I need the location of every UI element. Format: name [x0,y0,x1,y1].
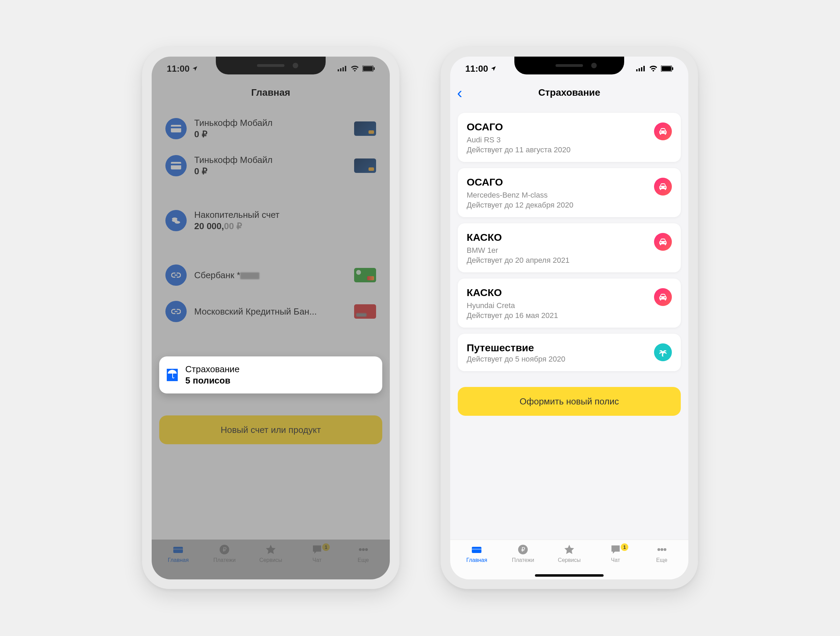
home-indicator[interactable] [535,574,603,577]
umbrella-icon [167,369,178,381]
link-icon [166,301,187,322]
more-tab-icon [657,543,667,556]
policy-card[interactable]: ПутешествиеДействует до 5 ноября 2020 [458,334,681,371]
account-balance: 0 ₽ [194,129,347,140]
tab-more[interactable]: Еще [639,543,685,571]
account-balance: 0 ₽ [194,166,347,177]
policy-card[interactable]: ОСАГОMercedes-Benz M-classДействует до 1… [458,168,681,217]
savings-name: Накопительный счет [194,210,376,220]
svg-rect-9 [171,162,181,169]
status-time: 11:00 [167,63,190,74]
tab-home[interactable]: Главная [454,543,500,571]
battery-icon [362,66,375,72]
svg-point-19 [362,548,365,551]
palm-icon [654,343,672,361]
cellular-icon [636,66,646,71]
svg-point-20 [365,548,368,551]
nav-header: ‹ Страхование [450,80,688,105]
tab-services[interactable]: Сервисы [248,543,294,571]
savings-row[interactable]: Накопительный счет 20 000,00 ₽ [159,202,382,239]
chat-badge: 1 [621,543,628,551]
svg-rect-6 [374,67,375,70]
cellular-icon [338,66,347,71]
account-name: Тинькофф Мобайл [194,118,347,128]
tab-more[interactable]: Еще [340,543,386,571]
card-thumbnail[interactable] [354,122,376,136]
policy-card[interactable]: ОСАГОAudi RS 3Действует до 11 августа 20… [458,113,681,162]
policy-title: Путешествие [467,342,654,354]
tab-chat[interactable]: 1 Чат [592,543,639,571]
svg-text:₽: ₽ [223,546,226,553]
battery-icon [661,66,673,72]
svg-rect-10 [171,164,181,165]
savings-amount: 20 000,00 ₽ [194,221,376,232]
location-icon [490,66,497,72]
policy-title: ОСАГО [467,121,654,133]
card-thumbnail[interactable] [354,268,376,282]
svg-point-33 [660,548,663,551]
policy-subtitle: Hyundai Creta [467,301,654,310]
policy-subtitle: Mercedes-Benz M-class [467,191,654,200]
svg-rect-7 [171,125,181,133]
payments-tab-icon: ₽ [518,543,529,556]
tab-payments[interactable]: ₽ Платежи [201,543,248,571]
notch [514,57,624,74]
svg-rect-15 [173,549,183,550]
svg-rect-27 [672,67,673,70]
linked-bank-row[interactable]: Московский Кредитный Бан... [159,293,382,330]
policy-card[interactable]: КАСКОHyundai CretaДействует до 16 мая 20… [458,279,681,328]
back-button[interactable]: ‹ [457,85,462,101]
tab-services[interactable]: Сервисы [546,543,593,571]
chat-badge: 1 [322,543,330,551]
svg-rect-5 [363,66,373,71]
policy-subtitle: Audi RS 3 [467,136,654,144]
svg-point-32 [657,548,660,551]
tab-bar: Главная ₽ Платежи Сервисы 1 Чат Еще [450,540,688,579]
linked-bank-row[interactable]: Сбербанк * [159,257,382,293]
page-title: Главная [251,87,290,98]
tab-home[interactable]: Главная [155,543,201,571]
policy-title: КАСКО [467,287,654,298]
svg-rect-21 [636,69,638,71]
svg-rect-23 [641,67,643,71]
notch [216,57,326,74]
card-thumbnail[interactable] [354,304,376,319]
status-time: 11:00 [465,63,488,74]
tab-payments[interactable]: ₽ Платежи [500,543,546,571]
home-tab-icon [173,543,183,556]
tab-bar: Главная ₽ Платежи Сервисы 1 Чат Еще [152,540,390,579]
payments-tab-icon: ₽ [219,543,230,556]
home-tab-icon [471,543,482,556]
tab-chat[interactable]: 1 Чат [294,543,340,571]
services-tab-icon [265,543,276,556]
svg-rect-24 [643,66,645,71]
svg-rect-26 [662,66,671,71]
car-icon [654,288,672,306]
new-product-button[interactable]: Новый счет или продукт [159,415,382,444]
account-name: Тинькофф Мобайл [194,155,347,165]
policy-validity: Действует до 11 августа 2020 [467,145,654,155]
insurance-card[interactable]: Страхование 5 полисов [159,357,382,393]
policy-card[interactable]: КАСКОBMW 1erДействует до 20 апреля 2021 [458,223,681,272]
car-icon [654,178,672,196]
phone-mockup-left: 11:00 Главная Тинькофф Мобайл 0 ₽ [142,47,399,589]
link-icon [166,265,187,286]
account-row[interactable]: Тинькофф Мобайл 0 ₽ [159,110,382,147]
svg-rect-29 [472,549,482,550]
new-policy-button[interactable]: Оформить новый полис [458,387,681,416]
chat-tab-icon [610,543,621,556]
svg-rect-0 [338,69,339,71]
card-icon [166,155,187,176]
chat-tab-icon [311,543,322,556]
policy-validity: Действует до 20 апреля 2021 [467,256,654,265]
more-tab-icon [358,543,369,556]
policy-subtitle: BMW 1er [467,246,654,255]
location-icon [192,66,198,72]
card-thumbnail[interactable] [354,158,376,173]
account-row[interactable]: Тинькофф Мобайл 0 ₽ [159,147,382,184]
policy-validity: Действует до 16 мая 2021 [467,311,654,320]
main-content: ОСАГОAudi RS 3Действует до 11 августа 20… [450,105,688,538]
car-icon [654,123,672,140]
insurance-title: Страхование [185,364,240,375]
phone-mockup-right: 11:00 ‹ Страхование ОСАГОAudi RS 3Действ… [441,47,698,589]
